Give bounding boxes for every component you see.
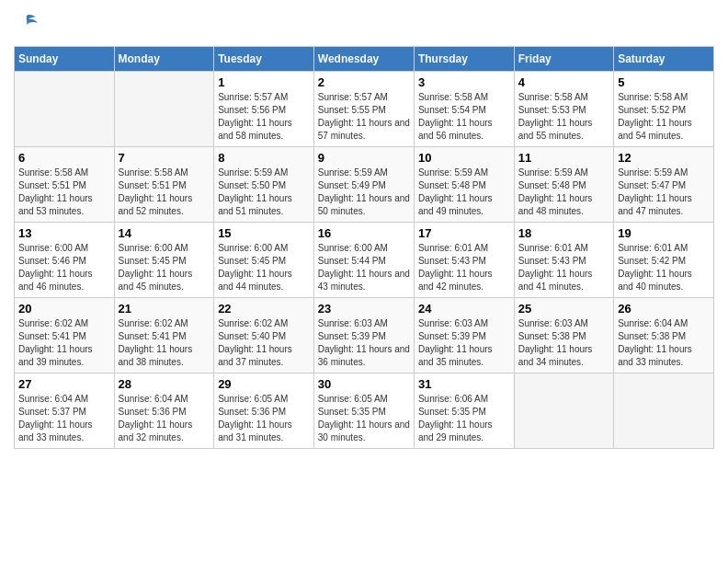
day-number: 17 xyxy=(418,226,510,240)
day-number: 30 xyxy=(318,377,410,391)
day-number: 26 xyxy=(618,302,710,316)
day-number: 15 xyxy=(218,226,310,240)
calendar-cell: 6Sunrise: 5:58 AM Sunset: 5:51 PM Daylig… xyxy=(15,147,115,223)
day-number: 28 xyxy=(119,377,210,391)
day-info: Sunrise: 6:01 AM Sunset: 5:43 PM Dayligh… xyxy=(518,242,609,293)
day-info: Sunrise: 5:58 AM Sunset: 5:52 PM Dayligh… xyxy=(618,91,710,143)
calendar-cell: 3Sunrise: 5:58 AM Sunset: 5:54 PM Daylig… xyxy=(414,72,514,147)
calendar-cell: 22Sunrise: 6:02 AM Sunset: 5:40 PM Dayli… xyxy=(214,298,314,373)
day-info: Sunrise: 5:58 AM Sunset: 5:51 PM Dayligh… xyxy=(18,167,110,218)
calendar-week-4: 20Sunrise: 6:02 AM Sunset: 5:41 PM Dayli… xyxy=(15,298,714,373)
day-number: 13 xyxy=(18,226,110,240)
day-number: 7 xyxy=(119,151,210,165)
col-header-friday: Friday xyxy=(514,47,613,72)
calendar-table: SundayMondayTuesdayWednesdayThursdayFrid… xyxy=(14,46,714,449)
day-info: Sunrise: 5:59 AM Sunset: 5:50 PM Dayligh… xyxy=(218,167,310,218)
day-info: Sunrise: 6:01 AM Sunset: 5:42 PM Dayligh… xyxy=(618,242,710,293)
day-number: 4 xyxy=(518,75,609,89)
calendar-week-5: 27Sunrise: 6:04 AM Sunset: 5:37 PM Dayli… xyxy=(15,373,714,449)
day-info: Sunrise: 5:57 AM Sunset: 5:56 PM Dayligh… xyxy=(218,91,310,143)
day-number: 29 xyxy=(218,377,310,391)
calendar-cell: 24Sunrise: 6:03 AM Sunset: 5:39 PM Dayli… xyxy=(414,298,514,373)
day-number: 16 xyxy=(318,226,410,240)
calendar-cell: 13Sunrise: 6:00 AM Sunset: 5:46 PM Dayli… xyxy=(15,223,115,298)
page-header xyxy=(14,14,714,37)
col-header-saturday: Saturday xyxy=(614,47,714,72)
logo xyxy=(14,14,45,37)
day-number: 9 xyxy=(318,151,410,165)
calendar-cell: 31Sunrise: 6:06 AM Sunset: 5:35 PM Dayli… xyxy=(414,373,514,449)
day-info: Sunrise: 6:02 AM Sunset: 5:40 PM Dayligh… xyxy=(218,317,310,369)
calendar-week-3: 13Sunrise: 6:00 AM Sunset: 5:46 PM Dayli… xyxy=(15,223,714,298)
col-header-thursday: Thursday xyxy=(414,47,514,72)
day-number: 11 xyxy=(518,151,609,165)
col-header-monday: Monday xyxy=(114,47,214,72)
calendar-cell: 9Sunrise: 5:59 AM Sunset: 5:49 PM Daylig… xyxy=(313,147,414,223)
calendar-cell: 10Sunrise: 5:59 AM Sunset: 5:48 PM Dayli… xyxy=(414,147,514,223)
day-number: 8 xyxy=(218,151,310,165)
day-info: Sunrise: 5:59 AM Sunset: 5:47 PM Dayligh… xyxy=(618,167,710,218)
day-info: Sunrise: 6:00 AM Sunset: 5:45 PM Dayligh… xyxy=(119,242,210,293)
day-number: 23 xyxy=(318,302,410,316)
logo-bird-icon xyxy=(16,14,38,32)
calendar-cell xyxy=(114,72,214,147)
calendar-cell: 12Sunrise: 5:59 AM Sunset: 5:47 PM Dayli… xyxy=(614,147,714,223)
calendar-cell: 5Sunrise: 5:58 AM Sunset: 5:52 PM Daylig… xyxy=(614,72,714,147)
day-info: Sunrise: 5:58 AM Sunset: 5:54 PM Dayligh… xyxy=(418,91,510,143)
day-info: Sunrise: 6:00 AM Sunset: 5:45 PM Dayligh… xyxy=(218,242,310,293)
calendar-cell: 21Sunrise: 6:02 AM Sunset: 5:41 PM Dayli… xyxy=(114,298,214,373)
calendar-cell: 15Sunrise: 6:00 AM Sunset: 5:45 PM Dayli… xyxy=(214,223,314,298)
day-info: Sunrise: 6:03 AM Sunset: 5:39 PM Dayligh… xyxy=(418,317,510,369)
calendar-cell: 8Sunrise: 5:59 AM Sunset: 5:50 PM Daylig… xyxy=(214,147,314,223)
day-number: 24 xyxy=(418,302,510,316)
calendar-cell: 17Sunrise: 6:01 AM Sunset: 5:43 PM Dayli… xyxy=(414,223,514,298)
day-info: Sunrise: 6:06 AM Sunset: 5:35 PM Dayligh… xyxy=(418,393,510,444)
calendar-cell: 18Sunrise: 6:01 AM Sunset: 5:43 PM Dayli… xyxy=(514,223,613,298)
day-info: Sunrise: 6:02 AM Sunset: 5:41 PM Dayligh… xyxy=(18,317,110,369)
calendar-cell: 23Sunrise: 6:03 AM Sunset: 5:39 PM Dayli… xyxy=(313,298,414,373)
day-info: Sunrise: 5:58 AM Sunset: 5:51 PM Dayligh… xyxy=(119,167,210,218)
day-info: Sunrise: 5:59 AM Sunset: 5:48 PM Dayligh… xyxy=(418,167,510,218)
day-info: Sunrise: 6:00 AM Sunset: 5:44 PM Dayligh… xyxy=(318,242,410,293)
day-number: 31 xyxy=(418,377,510,391)
calendar-cell: 30Sunrise: 6:05 AM Sunset: 5:35 PM Dayli… xyxy=(313,373,414,449)
calendar-header-row: SundayMondayTuesdayWednesdayThursdayFrid… xyxy=(15,47,714,72)
day-number: 25 xyxy=(518,302,609,316)
day-info: Sunrise: 5:58 AM Sunset: 5:53 PM Dayligh… xyxy=(518,91,609,143)
calendar-cell: 19Sunrise: 6:01 AM Sunset: 5:42 PM Dayli… xyxy=(614,223,714,298)
day-number: 14 xyxy=(119,226,210,240)
calendar-cell xyxy=(614,373,714,449)
calendar-cell: 25Sunrise: 6:03 AM Sunset: 5:38 PM Dayli… xyxy=(514,298,613,373)
day-info: Sunrise: 6:00 AM Sunset: 5:46 PM Dayligh… xyxy=(18,242,110,293)
col-header-wednesday: Wednesday xyxy=(313,47,414,72)
day-number: 2 xyxy=(318,75,410,89)
calendar-cell: 20Sunrise: 6:02 AM Sunset: 5:41 PM Dayli… xyxy=(15,298,115,373)
calendar-cell: 2Sunrise: 5:57 AM Sunset: 5:55 PM Daylig… xyxy=(313,72,414,147)
day-info: Sunrise: 6:05 AM Sunset: 5:35 PM Dayligh… xyxy=(318,393,410,444)
day-number: 18 xyxy=(518,226,609,240)
day-number: 19 xyxy=(618,226,710,240)
calendar-week-2: 6Sunrise: 5:58 AM Sunset: 5:51 PM Daylig… xyxy=(15,147,714,223)
day-info: Sunrise: 6:01 AM Sunset: 5:43 PM Dayligh… xyxy=(418,242,510,293)
calendar-cell: 11Sunrise: 5:59 AM Sunset: 5:48 PM Dayli… xyxy=(514,147,613,223)
day-number: 1 xyxy=(218,75,310,89)
calendar-cell: 4Sunrise: 5:58 AM Sunset: 5:53 PM Daylig… xyxy=(514,72,613,147)
day-info: Sunrise: 6:05 AM Sunset: 5:36 PM Dayligh… xyxy=(218,393,310,444)
calendar-cell: 26Sunrise: 6:04 AM Sunset: 5:38 PM Dayli… xyxy=(614,298,714,373)
col-header-tuesday: Tuesday xyxy=(214,47,314,72)
calendar-cell: 16Sunrise: 6:00 AM Sunset: 5:44 PM Dayli… xyxy=(313,223,414,298)
calendar-cell: 29Sunrise: 6:05 AM Sunset: 5:36 PM Dayli… xyxy=(214,373,314,449)
day-number: 27 xyxy=(18,377,110,391)
day-info: Sunrise: 6:03 AM Sunset: 5:38 PM Dayligh… xyxy=(518,317,609,369)
calendar-week-1: 1Sunrise: 5:57 AM Sunset: 5:56 PM Daylig… xyxy=(15,72,714,147)
calendar-cell xyxy=(15,72,115,147)
day-number: 21 xyxy=(119,302,210,316)
calendar-body: 1Sunrise: 5:57 AM Sunset: 5:56 PM Daylig… xyxy=(15,72,714,449)
calendar-cell: 7Sunrise: 5:58 AM Sunset: 5:51 PM Daylig… xyxy=(114,147,214,223)
col-header-sunday: Sunday xyxy=(15,47,115,72)
day-info: Sunrise: 5:57 AM Sunset: 5:55 PM Dayligh… xyxy=(318,91,410,143)
day-number: 5 xyxy=(618,75,710,89)
calendar-cell xyxy=(514,373,613,449)
day-info: Sunrise: 5:59 AM Sunset: 5:48 PM Dayligh… xyxy=(518,167,609,218)
day-info: Sunrise: 6:04 AM Sunset: 5:38 PM Dayligh… xyxy=(618,317,710,369)
